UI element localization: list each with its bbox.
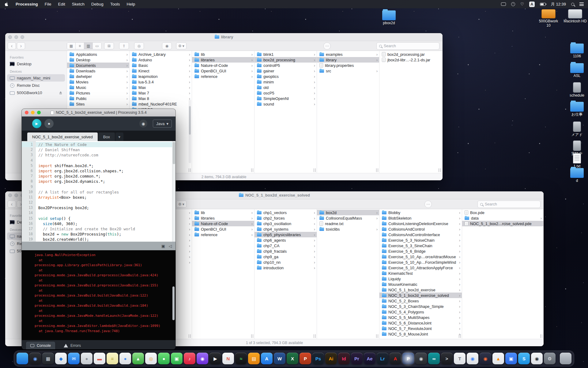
editor-scrollbar[interactable] [172,141,175,242]
scrollbar-thumb[interactable] [173,142,175,164]
minimize-button[interactable] [14,35,18,39]
folder-row[interactable]: SimpleOpenNI› [254,96,317,101]
debug-toggle-button[interactable]: ◉ [139,120,147,128]
folder-row[interactable]: NOC_5_1_box2d_exercise_solved› [379,293,462,298]
menu-file[interactable]: File [45,2,51,6]
app-menu-title[interactable]: Processing [16,2,38,6]
notification-center-icon[interactable] [579,2,584,6]
folder-row[interactable]: old› [254,85,317,90]
folder-row[interactable]: chp4_systems› [254,226,317,232]
minimize-button[interactable] [31,111,35,114]
folder-row[interactable]: Movies› [67,79,129,85]
folder-row[interactable]: chp2_forces› [254,215,317,221]
folder-row[interactable]: Archive_Library› [130,52,192,57]
folder-row[interactable]: Documents› [67,63,129,68]
dock-icon-books[interactable]: ▤ [248,353,260,364]
column-view-button[interactable]: ▥ [84,43,93,49]
folder-row[interactable]: NOC_5_7_RevoluteJoint› [379,326,462,331]
folder-row[interactable]: data› [462,215,543,221]
titlebar[interactable]: NOC_5_1_box2d_exercise_solved | Processi… [22,109,175,117]
desktop-icon-folder-asl[interactable]: ASL [565,63,588,78]
zoom-button[interactable] [37,111,41,114]
forward-button[interactable]: › [17,42,25,49]
folder-row[interactable]: examples› [317,52,379,57]
folder-row[interactable]: OpenBCI_GUI› [192,226,254,232]
folder-row[interactable]: Basic› [130,63,192,68]
desktop-icon-meado[interactable]: メアド [565,121,588,137]
folder-row[interactable]: dwhelper› [67,74,129,79]
dock-icon-terminal[interactable]: > [441,353,453,364]
titlebar[interactable]: library [5,33,443,41]
desktop-icon-macintosh-hd[interactable]: Macintosh HD [564,9,587,24]
folder-row[interactable]: blink1› [254,52,317,57]
gallery-view-button[interactable]: ▭ [93,43,101,49]
folder-row[interactable]: CollisionsAndControl› [379,226,462,232]
folder-row[interactable]: Public› [67,96,129,101]
dock-icon-arduino[interactable]: ∞ [428,353,440,364]
folder-row[interactable]: Kinect› [130,68,192,74]
dock-icon-podcasts[interactable]: ◉ [197,353,208,364]
dock-icon-chrome[interactable]: ◉ [467,353,478,364]
battery-icon[interactable] [540,3,546,6]
dock-icon-photos[interactable]: ◎ [145,353,157,364]
dock-icon-system-preferences[interactable]: ⚙ [544,353,556,364]
sidebar-item-500gbwork10[interactable]: 500GBwork10 [7,89,65,96]
heart-icon[interactable]: ♡ [520,2,524,6]
menu-sketch[interactable]: Sketch [72,2,85,6]
folder-row[interactable]: Max› [130,85,192,90]
folder-row[interactable]: lua-5.3.4› [130,79,192,85]
close-button[interactable] [8,35,12,39]
dock-icon-reminders[interactable]: ● [119,353,131,364]
file-row[interactable]: box2d_processing.jar [379,52,442,57]
share-button[interactable]: ⇧ [119,42,129,49]
folder-row[interactable]: reference› [192,232,254,237]
folder-row[interactable]: NOC_5_8_MouseJoint› [379,331,462,337]
dock-icon-stocks[interactable]: ≈ [235,353,247,364]
folder-row[interactable]: NOC_5_1_box2d_exercise› [379,287,462,293]
tags-button[interactable]: ◎ [134,42,144,49]
dock-icon-contacts[interactable]: ● [81,353,92,364]
dock-icon-tv[interactable]: ▶ [209,353,221,364]
time-machine-icon[interactable] [511,2,515,6]
zoom-button[interactable] [21,35,24,39]
more-toolbar-button[interactable]: ⋯ [424,201,432,208]
folder-row[interactable]: libraries› [192,57,254,63]
folder-row[interactable]: NOC_5_6_DistanceJoint› [379,320,462,326]
dock-icon-firefox[interactable]: ◉ [480,353,491,364]
folder-row[interactable]: Exercise_5_10_AttractionApplyForce› [379,265,462,270]
folder-row[interactable]: gwoptics› [254,74,317,79]
console-scrollbar-thumb[interactable] [172,286,175,320]
scrollbar-thumb[interactable] [189,106,191,135]
dock-icon-github[interactable]: ◉ [531,353,543,364]
code-editor[interactable]: 12345678910111213141516171819 // The Nat… [22,141,175,242]
folder-row[interactable]: MouseKinematic› [379,282,462,287]
desktop-icon-schedule[interactable]: schedule [565,82,588,98]
dock-icon-trash[interactable] [560,353,571,364]
dock-icon-zoom[interactable]: ▣ [505,353,517,364]
dock-icon-safari[interactable]: ◆ [55,353,67,364]
dock-icon-mail[interactable]: ✉ [68,353,80,364]
folder-row[interactable]: box2d› [317,210,379,215]
folder-row[interactable]: src› [317,68,379,74]
folder-row[interactable]: Downloads› [67,68,129,74]
dock-icon-textedit[interactable]: T [454,353,466,364]
folder-row[interactable]: box2d_processing› [254,57,317,63]
dock-icon-facetime[interactable]: ▣ [171,353,183,364]
folder-row[interactable]: CollisionListeningDeletionExercise› [379,221,462,226]
tab-console[interactable]: Console [26,342,55,349]
code-area[interactable]: // The Nature of Code// Daniel Shiffman/… [36,141,175,242]
apple-menu[interactable] [4,2,9,7]
folder-row[interactable]: chp5_physicslibraries› [254,232,317,237]
close-button[interactable] [25,111,28,114]
tab-menu-button[interactable]: ▾ [115,132,123,141]
dock-icon-finder[interactable] [17,353,28,364]
folder-row[interactable]: reference› [192,74,254,79]
folder-row[interactable]: Pictures› [67,90,129,96]
dock-icon-photoshop[interactable]: Ps [312,353,324,364]
folder-row[interactable]: NOC_5_3_ChainShape_Simple› [379,304,462,309]
dock-icon-max[interactable]: ◉ [415,353,427,364]
folder-row[interactable]: lib› [192,210,254,215]
folder-row[interactable]: Exercise_5_3_NoiseChain› [379,237,462,243]
dock-icon-siri[interactable]: ◉ [29,353,41,364]
folder-row[interactable]: CollisionsAndControlInterface› [379,232,462,237]
